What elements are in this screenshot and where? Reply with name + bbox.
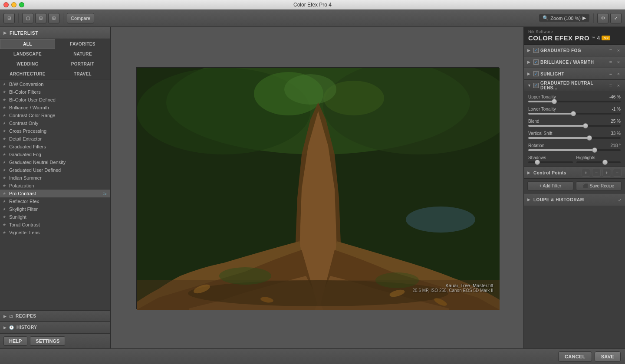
category-tab-wedding[interactable]: WEDDING — [0, 59, 55, 69]
filter-item-graduated-filters[interactable]: ★ Graduated Filters — [0, 143, 110, 151]
minimize-button[interactable] — [11, 2, 16, 7]
help-button[interactable]: HELP — [3, 336, 27, 346]
graduated-neutral-checkbox[interactable]: ✓ — [533, 83, 539, 88]
filter-item-reflector[interactable]: ★ Reflector Efex — [0, 197, 110, 205]
filter-item-vignette-lens[interactable]: ★ Vignette: Lens — [0, 229, 110, 236]
control-points-remove-plus[interactable]: + — [602, 169, 611, 177]
brilliance-checkbox[interactable]: ✓ — [533, 59, 539, 65]
graduated-neutral-menu-icon[interactable]: = — [608, 83, 614, 88]
zoom-display[interactable]: 🔍 Zoom (100 %) ▶ — [539, 14, 590, 22]
filter-item-bw-conversion[interactable]: ★ B/W Conversion — [0, 80, 110, 88]
sidebar-toggle-button[interactable]: ⊟ — [3, 13, 15, 23]
blend-thumb[interactable] — [583, 123, 588, 128]
rotation-track[interactable] — [528, 149, 621, 151]
footer-right: CANCEL SAVE — [558, 351, 621, 362]
settings-panel-button[interactable]: SETTINGS — [30, 336, 65, 346]
graduated-neutral-title: GRADUATED NEUTRAL DENS... — [540, 81, 606, 90]
upper-tonality-thumb[interactable] — [552, 99, 557, 104]
lower-tonality-thumb[interactable] — [571, 111, 576, 116]
sunlight-menu-icon[interactable]: = — [608, 71, 614, 76]
loupe-expand-icon[interactable]: ⤢ — [618, 197, 622, 202]
vertical-shift-track[interactable] — [528, 137, 621, 139]
filter-item-bicolor-filters[interactable]: ★ Bi-Color Filters — [0, 88, 110, 96]
loupe-histogram-section[interactable]: ▶ LOUPE & HISTOGRAM ⤢ — [524, 193, 625, 206]
brilliance-warmth-header[interactable]: ▶ ✓ BRILLIANCE / WARMTH = × — [524, 56, 625, 68]
control-points-add-minus[interactable]: − — [592, 169, 601, 177]
shadows-slider[interactable] — [528, 161, 573, 163]
filter-item-polarization[interactable]: ★ Polarization — [0, 182, 110, 190]
brilliance-title: BRILLIANCE / WARMTH — [540, 60, 606, 65]
save-recipe-button[interactable]: ⬛ Save Recipe — [576, 181, 622, 190]
graduated-neutral-close-icon[interactable]: × — [615, 83, 622, 88]
filter-item-graduated-fog[interactable]: ★ Graduated Fog — [0, 151, 110, 158]
close-button[interactable] — [3, 2, 9, 7]
rotation-thumb[interactable] — [592, 148, 597, 153]
view-split-h-button[interactable]: ⊟ — [35, 13, 46, 23]
graduated-fog-close-icon[interactable]: × — [615, 48, 622, 53]
filter-item-bicolor-user[interactable]: ★ Bi-Color User Defined — [0, 96, 110, 104]
category-tab-nature[interactable]: NATURE — [55, 49, 110, 59]
upper-tonality-track[interactable] — [528, 101, 621, 102]
settings-button[interactable]: ⚙ — [597, 13, 609, 23]
filter-item-contrast-color[interactable]: ★ Contrast Color Range — [0, 111, 110, 119]
graduated-fog-arrow-icon: ▶ — [527, 48, 532, 52]
add-filter-button[interactable]: + Add Filter — [527, 181, 573, 190]
expand-button[interactable]: ⤢ — [610, 13, 622, 23]
graduated-neutral-content: Upper Tonality -46 % Lower Tonality -1 % — [524, 91, 625, 167]
compare-button[interactable]: Compare — [67, 13, 94, 23]
graduated-neutral-header[interactable]: ▼ ✓ GRADUATED NEUTRAL DENS... = × — [524, 80, 625, 91]
control-points-add-plus[interactable]: + — [582, 169, 590, 177]
category-tab-architecture[interactable]: ARCHITECTURE — [0, 69, 55, 79]
history-title: HISTORY — [16, 325, 37, 330]
window-controls[interactable] — [3, 2, 24, 7]
graduated-fog-menu-icon[interactable]: = — [608, 48, 614, 53]
filter-item-pro-contrast[interactable]: ★ Pro Contrast 🗂 — [0, 190, 110, 197]
footer: CANCEL SAVE — [0, 348, 625, 364]
graduated-fog-checkbox[interactable]: ✓ — [533, 48, 539, 53]
filter-item-contrast-only[interactable]: ★ Contrast Only — [0, 119, 110, 127]
filter-item-indian-summer[interactable]: ★ Indian Summer — [0, 174, 110, 182]
brilliance-arrow-icon: ▶ — [527, 60, 532, 64]
cancel-button[interactable]: CANCEL — [558, 351, 592, 362]
filter-item-graduated-neutral[interactable]: ★ Graduated Neutral Density — [0, 158, 110, 166]
sunlight-checkbox[interactable]: ✓ — [533, 71, 539, 76]
category-tab-favorites[interactable]: FAVORITES — [55, 39, 110, 49]
vertical-shift-thumb[interactable] — [587, 135, 592, 141]
category-tab-portrait[interactable]: PORTRAIT — [55, 59, 110, 69]
brilliance-close-icon[interactable]: × — [615, 59, 622, 65]
filter-item-graduated-user[interactable]: ★ Graduated User Defined — [0, 166, 110, 174]
blend-track[interactable] — [528, 125, 621, 127]
category-tab-all[interactable]: ALL — [0, 39, 55, 49]
graduated-fog-header[interactable]: ▶ ✓ GRADUATED FOG = × — [524, 45, 625, 56]
filter-actions: + Add Filter ⬛ Save Recipe — [524, 179, 625, 193]
recipes-section-header[interactable]: ▶ 🗂 RECIPES — [0, 311, 110, 322]
filter-star-icon: ★ — [3, 215, 7, 219]
sunlight-header[interactable]: ▶ ✓ SUNLIGHT = × — [524, 68, 625, 79]
history-section-header[interactable]: ▶ 🕐 HISTORY — [0, 322, 110, 333]
sunlight-close-icon[interactable]: × — [615, 71, 622, 76]
image-info: 20.6 MP, ISO 250, Canon EOS 5D Mark II — [412, 288, 493, 293]
view-split-v-button[interactable]: ⊞ — [48, 13, 59, 23]
filter-item-brilliance[interactable]: ★ Brilliance / Warmth — [0, 104, 110, 111]
filter-item-sunlight[interactable]: ★ Sunlight — [0, 213, 110, 221]
highlights-label: Highlights — [576, 155, 621, 160]
category-tab-landscape[interactable]: LANDSCAPE — [0, 49, 55, 59]
brilliance-menu-icon[interactable]: = — [608, 59, 614, 65]
shadows-thumb[interactable] — [535, 160, 540, 165]
filter-item-detail-extractor[interactable]: ★ Detail Extractor — [0, 135, 110, 143]
lower-tonality-track[interactable] — [528, 113, 621, 115]
category-tab-travel[interactable]: TRAVEL — [55, 69, 110, 79]
view-single-button[interactable]: ▢ — [22, 13, 33, 23]
highlights-slider[interactable] — [576, 161, 621, 163]
filter-star-icon: ★ — [3, 160, 7, 164]
filter-item-skylight[interactable]: ★ Skylight Filter — [0, 205, 110, 213]
svg-point-14 — [219, 267, 271, 285]
save-button[interactable]: SAVE — [595, 351, 621, 362]
maximize-button[interactable] — [19, 2, 24, 7]
filter-star-icon: ★ — [3, 176, 7, 180]
control-points-remove-minus[interactable]: − — [613, 169, 622, 177]
highlights-thumb[interactable] — [602, 160, 608, 165]
filter-item-tonal-contrast[interactable]: ★ Tonal Contrast — [0, 221, 110, 229]
upper-tonality-fill — [528, 101, 554, 102]
filter-item-cross-processing[interactable]: ★ Cross Processing — [0, 127, 110, 135]
